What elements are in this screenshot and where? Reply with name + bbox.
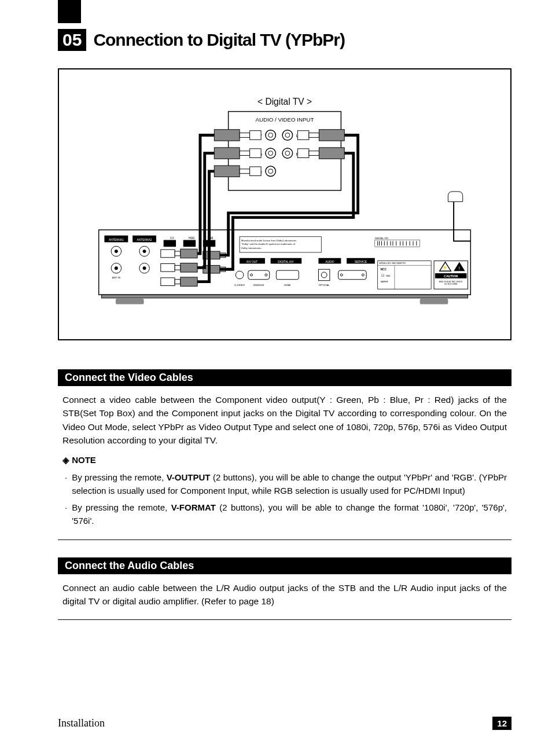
svg-point-40 xyxy=(115,266,118,270)
svg-point-9 xyxy=(268,151,273,156)
svg-text:ANTENNA2: ANTENNA2 xyxy=(137,238,152,241)
svg-point-38 xyxy=(115,249,118,253)
svg-rect-27 xyxy=(319,130,344,141)
svg-point-47 xyxy=(143,266,146,270)
section-audio-body: Connect an audio cable between the L/R A… xyxy=(58,574,511,608)
svg-rect-33 xyxy=(116,299,144,304)
video-body-text: Connect a video cable between the Compon… xyxy=(62,393,507,447)
svg-rect-58 xyxy=(175,265,181,270)
svg-point-11 xyxy=(285,151,290,156)
svg-rect-56 xyxy=(181,249,197,258)
svg-rect-32 xyxy=(102,295,468,298)
svg-rect-59 xyxy=(181,263,197,273)
svg-text:SERVICE: SERVICE xyxy=(355,260,367,263)
svg-point-10 xyxy=(282,148,293,159)
svg-text:HDMI: HDMI xyxy=(284,284,290,287)
svg-point-2 xyxy=(266,130,276,141)
page-footer: Installation 12 xyxy=(58,717,511,730)
svg-rect-23 xyxy=(240,169,250,174)
note-label: NOTE xyxy=(62,454,507,467)
svg-text:DO NOT OPEN: DO NOT OPEN xyxy=(444,284,457,286)
svg-rect-62 xyxy=(181,277,197,287)
connection-diagram: < Digital TV > AUDIO / VIDEO INPUT Y L P… xyxy=(58,68,511,340)
svg-rect-24 xyxy=(250,167,261,176)
svg-text:N96: N96 xyxy=(386,274,390,277)
plug-y-left xyxy=(214,130,261,141)
svg-rect-22 xyxy=(214,166,240,177)
svg-text:DIGITAL A/V: DIGITAL A/V xyxy=(278,260,294,263)
svg-text:SERIAL NO.: SERIAL NO. xyxy=(375,237,389,240)
plug-r-right xyxy=(297,148,344,159)
svg-point-5 xyxy=(285,133,290,138)
section-audio-header: Connect the Audio Cables xyxy=(58,557,511,574)
svg-rect-28 xyxy=(297,149,308,158)
svg-text:☑: ☑ xyxy=(381,274,384,277)
plug-l-right xyxy=(297,130,344,141)
svg-point-15 xyxy=(268,169,273,174)
svg-text:ANT IN: ANT IN xyxy=(112,276,120,279)
plug-pr-left xyxy=(214,166,261,177)
svg-text:RISK OF ELECTRIC SHOCK: RISK OF ELECTRIC SHOCK xyxy=(439,281,463,283)
svg-text:⚡: ⚡ xyxy=(443,265,448,270)
note-item-2: · By pressing the remote, V-FORMAT (2 bu… xyxy=(65,501,507,528)
svg-text:OPTICAL: OPTICAL xyxy=(319,284,330,287)
svg-text:A/V OUT: A/V OUT xyxy=(246,260,257,263)
svg-text:!: ! xyxy=(459,266,460,271)
svg-text:NCC: NCC xyxy=(381,268,387,271)
page-header: 05 Connection to Digital TV (YPbPr) xyxy=(58,29,511,51)
svg-rect-52 xyxy=(183,240,196,247)
svg-rect-55 xyxy=(175,251,181,256)
section-video-header: Connect the Video Cables xyxy=(58,369,511,386)
section-audio: Connect the Audio Cables Connect an audi… xyxy=(58,557,511,621)
svg-text:S-VIDEO: S-VIDEO xyxy=(234,284,245,287)
diagram-svg: < Digital TV > AUDIO / VIDEO INPUT Y L P… xyxy=(71,93,499,328)
section-number: 05 xyxy=(58,29,86,51)
svg-rect-18 xyxy=(250,131,261,140)
svg-rect-34 xyxy=(420,299,448,304)
svg-text:Dolby Laboratories.: Dolby Laboratories. xyxy=(241,247,262,249)
svg-text:AUDIO: AUDIO xyxy=(325,260,334,263)
section-video-body: Connect a video cable between the Compon… xyxy=(58,386,511,528)
svg-text:SAFER: SAFER xyxy=(381,280,388,283)
svg-rect-54 xyxy=(161,249,175,258)
svg-rect-51 xyxy=(164,240,176,247)
svg-point-4 xyxy=(282,130,293,141)
svg-text:CAUTION: CAUTION xyxy=(444,274,458,278)
svg-text:MODEL NO. NHC2000PVR: MODEL NO. NHC2000PVR xyxy=(380,262,406,265)
svg-rect-30 xyxy=(319,148,344,159)
svg-text:HDD: HDD xyxy=(189,237,195,240)
note-item-1: · By pressing the remote, V-OUTPUT (2 bu… xyxy=(65,471,507,498)
svg-point-14 xyxy=(266,166,276,177)
footer-section-name: Installation xyxy=(58,717,105,729)
tv-label: < Digital TV > xyxy=(257,97,312,107)
svg-text:ANTENNA1: ANTENNA1 xyxy=(109,238,124,241)
svg-point-8 xyxy=(266,148,276,159)
footer-page-number: 12 xyxy=(492,717,511,730)
svg-rect-17 xyxy=(240,133,250,138)
svg-rect-57 xyxy=(161,264,175,272)
svg-rect-29 xyxy=(309,151,319,156)
plug-pb-left xyxy=(214,148,261,159)
av-input-label: AUDIO / VIDEO INPUT xyxy=(256,116,314,123)
svg-rect-21 xyxy=(250,149,261,158)
svg-rect-26 xyxy=(309,133,319,138)
svg-rect-25 xyxy=(297,131,308,140)
svg-rect-19 xyxy=(214,148,240,159)
top-tab-decoration xyxy=(58,0,81,23)
svg-text:"Dolby" and the double-D symbo: "Dolby" and the double-D symbol are trad… xyxy=(241,243,296,245)
svg-rect-20 xyxy=(240,151,250,156)
svg-point-45 xyxy=(143,249,146,253)
svg-text:Manufactured under license fro: Manufactured under license from Dolby La… xyxy=(241,239,297,242)
section-video: Connect the Video Cables Connect a video… xyxy=(58,369,511,540)
svg-text:RGBSVH: RGBSVH xyxy=(253,284,264,287)
page-title: Connection to Digital TV (YPbPr) xyxy=(93,30,345,50)
svg-text:CV: CV xyxy=(170,237,175,240)
svg-rect-60 xyxy=(161,278,175,286)
svg-rect-61 xyxy=(175,280,181,284)
svg-rect-16 xyxy=(214,130,240,141)
svg-point-3 xyxy=(268,133,273,138)
